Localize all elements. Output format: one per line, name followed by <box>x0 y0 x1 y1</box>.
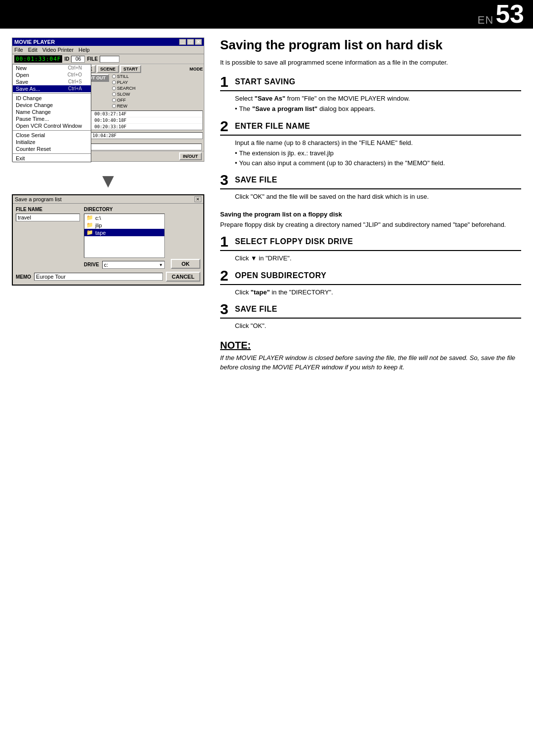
radio-off[interactable]: OFF <box>112 98 136 103</box>
dir-item-jlip[interactable]: 📁 jlip <box>84 221 164 229</box>
radio-off-label: OFF <box>117 98 126 103</box>
step-1-bullet1: The "Save a program list" dialog box app… <box>235 104 521 114</box>
menu-item-devicechange[interactable]: Device Change <box>13 102 91 108</box>
menu-divider-1 <box>13 93 91 94</box>
step-floppy-3-header: 3 SAVE FILE <box>220 302 521 319</box>
menu-item-pausetime[interactable]: Pause Time... <box>13 115 91 122</box>
step-2-header: 2 ENTER FILE NAME <box>220 119 521 136</box>
menu-divider-3 <box>13 153 91 154</box>
scene-tc-3: 00:20:33:10F <box>94 124 126 129</box>
radio-rew[interactable]: REW <box>112 104 136 108</box>
step-2-number: 2 <box>220 119 231 134</box>
save-dialog-titlebar: Save a program list ✕ <box>13 195 203 204</box>
radio-still[interactable]: STILL <box>112 74 136 79</box>
en-label: EN <box>478 14 494 27</box>
menu-help[interactable]: Help <box>78 47 90 53</box>
drive-dropdown-arrow: ▼ <box>159 263 163 267</box>
cancel-button[interactable]: CANCEL <box>166 272 200 282</box>
floppy-subsection-body: Prepare floppy disk by creating a direct… <box>220 220 521 230</box>
menu-item-saveas[interactable]: Save As...Ctrl+A <box>13 85 91 92</box>
movie-player-window: MOVIE PLAYER _ □ ✕ File Edit Video Print… <box>12 37 204 162</box>
dir-item-c[interactable]: 📁 c:\ <box>84 214 164 221</box>
player-cutout-row: CUT OUT STILL PLAY <box>82 74 203 108</box>
radio-play[interactable]: PLAY <box>112 80 136 85</box>
step-2: 2 ENTER FILE NAME Input a file name (up … <box>220 119 521 168</box>
minimize-button[interactable]: _ <box>179 39 186 45</box>
menu-item-initialize[interactable]: Initialize <box>13 139 91 145</box>
step-floppy-2-number: 2 <box>220 268 231 283</box>
directory-listbox[interactable]: 📁 c:\ 📁 jlip 📁 tape <box>84 214 165 258</box>
memo-input[interactable] <box>34 273 163 281</box>
close-button[interactable]: ✕ <box>195 39 202 45</box>
menu-item-save[interactable]: SaveCtrl+S <box>13 78 91 85</box>
id-field[interactable]: 06 <box>71 56 85 63</box>
save-dialog-directory-section: DIRECTORY 📁 c:\ 📁 jlip 📁 <box>84 207 165 269</box>
id-label: ID <box>64 56 69 62</box>
menu-item-exit[interactable]: Exit <box>13 155 91 162</box>
memo-label: MEMO <box>16 274 31 280</box>
mode-radio-group: STILL PLAY SEARCH <box>112 74 136 108</box>
step-floppy-3-number: 3 <box>220 302 231 317</box>
save-dialog-body: FILE NAME DIRECTORY 📁 c:\ 📁 <box>13 204 203 285</box>
file-field[interactable] <box>100 56 119 63</box>
step-floppy-1-line1: Click ▼ in "DRIVE". <box>235 253 521 263</box>
page-number: 53 <box>495 1 524 27</box>
menu-edit[interactable]: Edit <box>28 47 38 53</box>
menu-item-closeserial[interactable]: Close Serial <box>13 132 91 139</box>
menu-item-counterreset[interactable]: Counter Reset <box>13 145 91 152</box>
radio-circle <box>112 86 116 90</box>
scene-tc-row-2: 1F 00:10:40:18F <box>83 117 202 124</box>
filename-input[interactable] <box>16 214 80 221</box>
menu-item-idchange[interactable]: ID Change <box>13 95 91 102</box>
save-dialog: Save a program list ✕ FILE NAME DIRECTOR… <box>12 194 204 286</box>
radio-search[interactable]: SEARCH <box>112 86 136 91</box>
menu-video-printer[interactable]: Video Printer <box>42 47 74 53</box>
page-header: EN 53 <box>0 0 533 29</box>
step-1-body: Select "Save As" from "File" on the MOVI… <box>220 94 521 114</box>
drive-label: DRIVE <box>84 262 99 267</box>
dir-name-tape: tape <box>95 230 106 236</box>
dir-item-tape[interactable]: 📁 tape <box>84 229 164 236</box>
ok-button[interactable]: OK <box>171 259 200 269</box>
drive-value: c: <box>104 262 109 268</box>
step-2-title: ENTER FILE NAME <box>235 122 310 131</box>
right-column: Saving the program list on hard disk It … <box>212 29 533 381</box>
step-2-bullet1: The extension is jlp. ex.: travel.jlp <box>235 148 521 158</box>
radio-play-label: PLAY <box>117 80 128 85</box>
step-1-header: 1 START SAVING <box>220 74 521 91</box>
titlebar-controls: _ □ ✕ <box>179 39 202 45</box>
step-3-title: SAVE FILE <box>235 176 277 184</box>
menu-item-new[interactable]: NewCtrl+N <box>13 65 91 72</box>
menu-file[interactable]: File <box>14 47 23 53</box>
filename-label: FILE NAME <box>16 207 80 212</box>
start-button[interactable]: START <box>120 65 141 73</box>
dir-name-c: c:\ <box>95 215 101 221</box>
inout-button[interactable]: IN/OUT <box>179 152 202 160</box>
radio-slow[interactable]: SLOW <box>112 92 136 97</box>
menu-item-namechange[interactable]: Name Change <box>13 108 91 115</box>
step-floppy-1: 1 SELECT FLOPPY DISK DRIVE Click ▼ in "D… <box>220 234 521 263</box>
folder-icon-tape: 📁 <box>86 229 93 236</box>
movie-player-titlebar: MOVIE PLAYER _ □ ✕ <box>12 38 204 46</box>
menu-divider-2 <box>13 130 91 131</box>
player-right-area: CK SCENE START MODE CUT OUT STILL <box>81 64 204 143</box>
menu-item-open[interactable]: OpenCtrl+O <box>13 72 91 78</box>
radio-search-label: SEARCH <box>117 86 136 91</box>
step-floppy-3-title: SAVE FILE <box>235 305 277 314</box>
radio-rew-label: REW <box>117 104 127 108</box>
drive-select[interactable]: c: ▼ <box>102 261 165 269</box>
folder-icon-jlip: 📁 <box>86 222 93 228</box>
menu-item-openvcr[interactable]: Open VCR Control Window <box>13 122 91 129</box>
radio-circle <box>112 80 116 84</box>
dir-name-jlip: jlip <box>95 222 102 228</box>
save-dialog-close-button[interactable]: ✕ <box>194 196 201 202</box>
menu-bar: File Edit Video Printer Help <box>12 46 204 54</box>
step-2-bullet2: You can also input a comment (up to 30 c… <box>235 158 521 168</box>
maximize-button[interactable]: □ <box>187 39 194 45</box>
step-3-number: 3 <box>220 173 231 187</box>
scene-button[interactable]: SCENE <box>97 65 119 73</box>
file-dropdown-area: NewCtrl+N OpenCtrl+O SaveCtrl+S Save As.… <box>12 64 81 143</box>
scene-tc-row-3: 1F 00:20:33:10F <box>83 124 202 130</box>
radio-circle <box>112 74 116 78</box>
step-floppy-3: 3 SAVE FILE Click "OK". <box>220 302 521 331</box>
